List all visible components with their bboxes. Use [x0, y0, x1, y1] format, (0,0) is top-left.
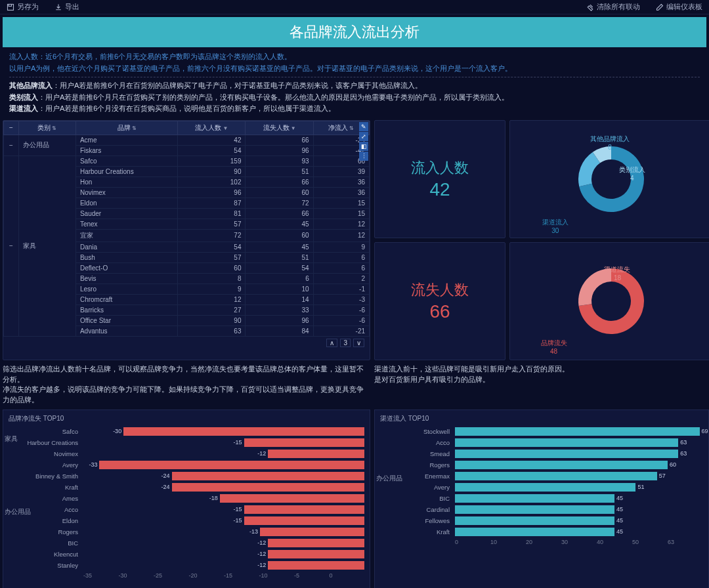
brand-table-card: ✎ ⤢ ◧ ⋮ −类别⇅品牌⇅流入人数▼流失人数▼净流入⇅ −办公用品Acme4…	[3, 120, 370, 360]
bar-row[interactable]: BIC45	[380, 493, 703, 504]
bar-row[interactable]: Harbour Creations-15	[9, 437, 364, 448]
donut-slice-label: 品牌流失48	[541, 339, 567, 356]
net-cell: 39	[313, 166, 369, 177]
th-outflow[interactable]: 流失人数▼	[246, 121, 313, 135]
bar-row[interactable]: Kleencut-12	[9, 549, 364, 560]
bar-label: Smead	[380, 450, 452, 457]
outflow-cell: 10	[246, 284, 313, 294]
clear-link-button[interactable]: 清除所有联动	[586, 2, 640, 12]
clear-link-label: 清除所有联动	[597, 2, 640, 12]
bar-label: Kraft	[380, 528, 452, 536]
brand-cell: Office Star	[75, 315, 177, 326]
collapse-all-icon[interactable]: −	[8, 124, 14, 131]
bar-label: Fellowes	[380, 517, 452, 524]
outflow-label: 流失人数	[411, 280, 469, 300]
brand-cell: Dania	[75, 242, 177, 252]
inflow-cell: 81	[178, 208, 246, 219]
inflow-cell: 12	[178, 294, 246, 304]
net-cell: 9	[313, 242, 369, 252]
category-cell: 办公用品	[19, 135, 76, 156]
bar-row[interactable]: Avery-33	[9, 459, 364, 471]
bar-row[interactable]: Novimex-12	[9, 448, 364, 459]
brand-cell: Fiskars	[75, 145, 177, 156]
inflow-donut-card[interactable]: 渠道流入30其他品牌流入8类别流入4	[509, 120, 709, 238]
desc-t1: ：用户A若是前推6个月在百货别的品牌购买了电子产品，对于诺基亚电子产品类别来说，…	[53, 81, 422, 89]
outflow-donut-card[interactable]: 品牌流失48渠道流失18	[509, 242, 709, 360]
bar-row[interactable]: Stockwell69	[380, 426, 703, 437]
outflow-stat-card[interactable]: 流失人数 66	[374, 242, 505, 360]
th-category[interactable]: 类别⇅	[19, 121, 76, 135]
desc-b2: 类别流入	[9, 93, 38, 101]
filter-tool-icon[interactable]: ◧	[359, 142, 368, 151]
bar-row[interactable]: Acco63	[380, 437, 703, 448]
outflow-cell: 60	[246, 187, 313, 198]
table-row[interactable]: −家具Safco1599366	[4, 156, 370, 166]
desc-t2: ：用户A若是前推6个月只在百货购买了别的类别的产品，没有购买电子设备。那么他流入…	[38, 93, 509, 101]
brand-cell: Bush	[75, 252, 177, 262]
net-cell: -3	[313, 294, 369, 304]
bar-row[interactable]: Eldon-15	[9, 515, 364, 526]
bar-row[interactable]: Cardinal45	[380, 504, 703, 515]
inflow-cell: 57	[178, 219, 246, 229]
left-analysis-text: 筛选出品牌净流出人数前十名品牌，可以观察品牌竞争力，当然净流失也要考量该品牌总体…	[3, 364, 370, 406]
bar-value: 45	[614, 494, 623, 503]
inflow-cell: 90	[178, 166, 246, 177]
bar-row[interactable]: Rogers60	[380, 459, 703, 471]
inflow-cell: 57	[178, 252, 246, 262]
bar-value: -15	[234, 505, 244, 514]
bar-row[interactable]: Stanley-12	[9, 560, 364, 571]
inflow-cell: 63	[178, 326, 246, 336]
inflow-cell: 42	[178, 135, 246, 145]
desc-b1: 其他品牌流入	[9, 81, 53, 89]
th-inflow[interactable]: 流入人数▼	[178, 121, 246, 135]
collapse-group-icon[interactable]: −	[8, 242, 14, 249]
bar-row[interactable]: Safco-30	[9, 426, 364, 437]
bar-value: 63	[678, 438, 687, 447]
outflow-cell: 6	[246, 273, 313, 284]
table-row[interactable]: −办公用品Acme4266-24	[4, 135, 370, 145]
save-as-label: 另存为	[17, 2, 39, 12]
edit-tool-icon[interactable]: ✎	[359, 122, 368, 131]
pager-next[interactable]: ∨	[353, 339, 364, 347]
th-brand[interactable]: 品牌⇅	[75, 121, 177, 135]
export-label: 导出	[65, 2, 79, 12]
outflow-cell: 66	[246, 208, 313, 219]
bar-row[interactable]: Binney & Smith-24	[9, 471, 364, 482]
inflow-cell: 96	[178, 187, 246, 198]
bar-row[interactable]: Rogers-13	[9, 526, 364, 537]
bar-row[interactable]: Ames-18	[9, 493, 364, 504]
bar-value: -15	[234, 438, 244, 447]
pager-page[interactable]: 3	[340, 339, 351, 347]
bar-value: -30	[113, 427, 123, 436]
bar-row[interactable]: Kraft-24	[9, 482, 364, 493]
bar-row[interactable]: Acco-15	[9, 504, 364, 515]
bar-row[interactable]: Fellowes45	[380, 515, 703, 526]
channel-inflow-top10-chart[interactable]: 渠道流入 TOP10Stockwell69Acco63Smead63Rogers…	[374, 410, 709, 588]
inflow-stat-card[interactable]: 流入人数 42	[374, 120, 505, 238]
expand-tool-icon[interactable]: ⤢	[359, 132, 368, 141]
more-tool-icon[interactable]: ⋮	[359, 152, 368, 161]
donut-slice-label: 渠道流失18	[604, 265, 630, 282]
bar-value: 60	[668, 461, 676, 469]
pager-prev[interactable]: ∧	[326, 339, 337, 347]
brand-table[interactable]: −类别⇅品牌⇅流入人数▼流失人数▼净流入⇅ −办公用品Acme4266-24Fi…	[3, 121, 370, 337]
outflow-cell: 51	[246, 166, 313, 177]
bar-row[interactable]: Enermax57	[380, 471, 703, 482]
net-cell: 15	[313, 208, 369, 219]
bar-value: 63	[678, 450, 687, 458]
bar-row[interactable]: BIC-12	[9, 537, 364, 549]
donut-slice-label: 渠道流入30	[542, 218, 569, 235]
export-button[interactable]: 导出	[54, 2, 79, 12]
bar-row[interactable]: Avery51	[380, 482, 703, 493]
outflow-cell: 66	[246, 177, 313, 187]
inflow-cell: 87	[178, 198, 246, 208]
save-as-button[interactable]: 另存为	[7, 2, 39, 12]
collapse-group-icon[interactable]: −	[8, 142, 14, 149]
bar-value: -24	[161, 472, 171, 480]
bar-row[interactable]: Kraft45	[380, 526, 703, 537]
bar-row[interactable]: Smead63	[380, 448, 703, 459]
bar-category-label: 办公用品	[5, 507, 31, 516]
edit-dashboard-button[interactable]: 编辑仪表板	[656, 2, 702, 12]
brand-cell: Eldon	[75, 198, 177, 208]
net-loss-top10-chart[interactable]: 品牌净流失 TOP10Safco-30Harbour Creations-15N…	[3, 410, 370, 588]
